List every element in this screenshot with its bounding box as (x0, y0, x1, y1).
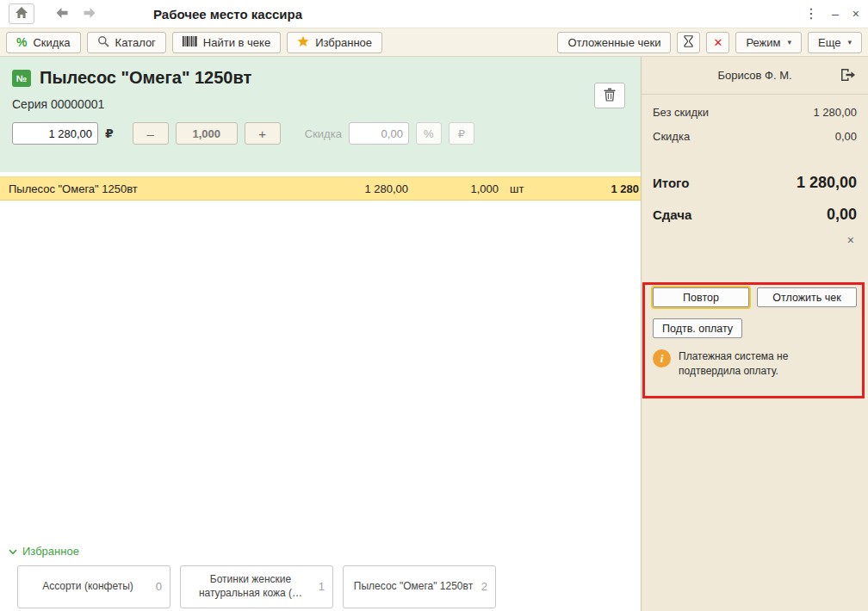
total-value: 1 280,00 (797, 174, 857, 192)
favorite-tile-label: Ассорти (конфеты) (42, 580, 133, 594)
forward-button[interactable] (78, 3, 102, 24)
defer-receipt-button[interactable]: Отложить чек (757, 287, 857, 307)
quantity-value[interactable]: 1,000 (176, 122, 238, 145)
catalog-button[interactable]: Каталог (87, 32, 166, 53)
discount-percent-button[interactable]: % (416, 122, 442, 145)
receipt-area: № Пылесос "Омега" 1250вт Серия 00000001 … (0, 57, 641, 611)
more-button[interactable]: Еще ▾ (808, 32, 862, 53)
window-controls: ⋮ – × (804, 7, 859, 21)
current-item-title: Пылесос "Омега" 1250вт (40, 68, 251, 88)
favorites-button[interactable]: Избранное (287, 32, 382, 53)
favorites-collapse-toggle[interactable]: Избранное (0, 545, 79, 558)
info-icon: i (653, 349, 671, 367)
exit-door-icon (840, 68, 856, 84)
favorites-button-label: Избранное (315, 36, 372, 49)
favorite-tile[interactable]: Ботинки женские натуральная кожа (… 1 (180, 565, 333, 608)
mode-button[interactable]: Режим ▾ (735, 32, 802, 53)
receipt-list-empty-area (0, 201, 641, 537)
no-discount-value: 1 280,00 (813, 106, 857, 119)
row-item-name: Пылесос "Омега" 1250вт (0, 182, 309, 195)
star-icon (297, 35, 309, 50)
history-nav (50, 3, 102, 24)
message-close-button[interactable]: × (847, 234, 854, 246)
current-item-header: № Пылесос "Омега" 1250вт (12, 68, 629, 88)
info-message-text: Платежная система не подтвердила оплату. (679, 349, 823, 379)
chevron-down-icon: ▾ (847, 38, 852, 46)
payment-buttons-row: Повтор Отложить чек (642, 287, 868, 307)
row-item-qty: 1,000 (408, 182, 499, 195)
favorite-tile-index: 2 (481, 580, 487, 595)
discount-button[interactable]: % Скидка (6, 32, 81, 53)
home-button[interactable] (9, 3, 34, 24)
summary-panel: Борисов Ф. М. Без скидки 1 280,00 Скидка… (641, 57, 868, 611)
mode-button-label: Режим (746, 36, 780, 49)
deferred-receipts-label: Отложенные чеки (567, 36, 660, 49)
favorite-tile-label: Ботинки женские натуральная кожа (… (189, 573, 312, 600)
favorite-tile-index: 1 (319, 580, 325, 595)
main-area: № Пылесос "Омега" 1250вт Серия 00000001 … (0, 57, 868, 611)
summary-row: Без скидки 1 280,00 (642, 106, 868, 119)
minimize-button[interactable]: – (832, 8, 839, 20)
ruble-sign: ₽ (105, 127, 114, 140)
row-item-price: 1 280,00 (309, 182, 408, 195)
chevron-down-icon (9, 545, 17, 558)
more-button-label: Еще (818, 36, 840, 49)
deferred-receipts-button[interactable]: Отложенные чеки (557, 32, 671, 53)
change-label: Сдача (653, 207, 691, 222)
favorite-tile-label: Пылесос "Омега" 1250вт (354, 580, 473, 594)
favorite-tile[interactable]: Пылесос "Омега" 1250вт 2 (343, 565, 496, 608)
trash-icon (604, 88, 616, 104)
quantity-minus-button[interactable]: – (133, 122, 169, 145)
receipt-table-row[interactable]: Пылесос "Омега" 1250вт 1 280,00 1,000 шт… (0, 176, 641, 201)
hourglass-button[interactable] (677, 32, 700, 53)
confirm-button-row: Подтв. оплату (642, 318, 868, 338)
repeat-button[interactable]: Повтор (653, 287, 749, 307)
change-row: Сдача 0,00 (642, 206, 868, 224)
arrow-left-icon (54, 7, 70, 22)
close-window-button[interactable]: × (852, 8, 859, 20)
summary-row: Скидка 0,00 (642, 130, 868, 143)
discount-ruble-button[interactable]: ₽ (449, 122, 474, 145)
titlebar: Рабочее место кассира ⋮ – × (0, 0, 868, 28)
discount-button-label: Скидка (33, 36, 70, 49)
page-title: Рабочее место кассира (153, 7, 302, 22)
delete-item-button[interactable] (594, 83, 625, 108)
find-in-receipt-button[interactable]: Найти в чеке (172, 32, 281, 53)
barcode-icon (183, 36, 197, 49)
back-button[interactable] (50, 3, 74, 24)
no-discount-label: Без скидки (653, 106, 709, 119)
favorites-section: Избранное Ассорти (конфеты) 0 Ботинки же… (0, 537, 641, 611)
item-edit-controls: ₽ – 1,000 + Скидка % ₽ (12, 122, 629, 145)
number-badge-icon: № (12, 70, 31, 87)
hourglass-icon (684, 35, 693, 50)
percent-icon: % (16, 35, 27, 49)
find-in-receipt-label: Найти в чеке (203, 36, 270, 49)
price-input[interactable] (12, 122, 98, 145)
favorites-tiles: Ассорти (конфеты) 0 Ботинки женские нату… (0, 565, 641, 608)
row-item-unit: шт (499, 182, 537, 195)
search-icon (97, 35, 109, 50)
row-item-total: 1 280 (537, 182, 641, 195)
discount-sum-value: 0,00 (835, 130, 857, 143)
kebab-menu-icon[interactable]: ⋮ (804, 7, 818, 21)
favorite-tile[interactable]: Ассорти (конфеты) 0 (17, 565, 170, 608)
current-item-card: № Пылесос "Омега" 1250вт Серия 00000001 … (0, 57, 641, 172)
favorite-tile-index: 0 (156, 580, 162, 595)
discount-input[interactable] (349, 122, 409, 145)
red-x-icon: ✕ (713, 36, 722, 49)
quantity-plus-button[interactable]: + (245, 122, 281, 145)
discount-label: Скидка (305, 127, 342, 140)
catalog-button-label: Каталог (115, 36, 156, 49)
cashier-header: Борисов Ф. М. (642, 57, 868, 95)
cashier-name: Борисов Ф. М. (717, 69, 791, 82)
cancel-receipt-button[interactable]: ✕ (706, 32, 729, 53)
discount-sum-label: Скидка (653, 130, 690, 143)
logout-button[interactable] (834, 65, 861, 87)
current-item-series: Серия 00000001 (12, 97, 629, 111)
favorites-header-label: Избранное (22, 545, 79, 558)
confirm-payment-button[interactable]: Подтв. оплату (653, 318, 742, 338)
change-value: 0,00 (827, 206, 857, 224)
home-icon (15, 6, 28, 22)
payment-info-message: i Платежная система не подтвердила оплат… (642, 349, 868, 379)
chevron-down-icon: ▾ (787, 38, 791, 46)
